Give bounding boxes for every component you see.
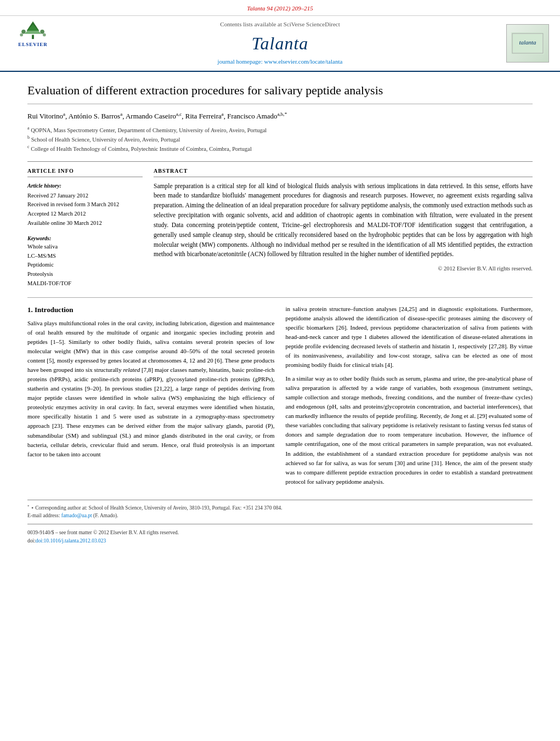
affiliation-b: b School of Health Science, University o… xyxy=(27,134,533,144)
svg-point-4 xyxy=(40,30,44,34)
intro-text-right: in saliva protein structure–function ana… xyxy=(286,304,533,487)
article-info-heading: ARTICLE INFO xyxy=(27,167,143,177)
article-info-block: Article history: Received 27 January 201… xyxy=(27,182,143,228)
history-label: Article history: xyxy=(27,182,143,190)
svg-point-3 xyxy=(21,30,26,34)
corresponding-note: * ⋆ Corresponding author at: School of H… xyxy=(27,504,533,512)
article-info-abstract: ARTICLE INFO Article history: Received 2… xyxy=(27,161,533,289)
issn-line: 0039-9140/$ – see front matter © 2012 El… xyxy=(27,529,533,536)
doi-line: doi:doi:10.1016/j.talanta.2012.03.023 xyxy=(27,537,533,545)
elsevier-logo-area: ELSEVIER xyxy=(11,20,60,66)
journal-reference: Talanta 94 (2012) 209–215 xyxy=(247,5,313,12)
email-line: E-mail address: famado@ua.pt (F. Amado). xyxy=(27,512,533,519)
sciverse-line: Contents lists available at SciVerse Sci… xyxy=(220,20,340,29)
svg-marker-2 xyxy=(25,24,41,33)
journal-title-area: Contents lists available at SciVerse Sci… xyxy=(66,20,494,66)
copyright: © 2012 Elsevier B.V. All rights reserved… xyxy=(154,265,533,273)
authors-line: Rui Vitorinoa, António S. Barrosa, Arman… xyxy=(27,111,533,122)
homepage-line: journal homepage: www.elsevier.com/locat… xyxy=(218,58,343,66)
keywords-block: Keywords: Whole saliva LC–MS/MS Peptidom… xyxy=(27,235,143,289)
intro-paragraph-1: Saliva plays multifunctional roles in th… xyxy=(27,319,275,459)
elsevier-logo: ELSEVIER xyxy=(11,20,55,48)
keywords-list: Whole saliva LC–MS/MS Peptidomic Proteol… xyxy=(27,242,143,289)
received-date: Received 27 January 2012 xyxy=(27,191,143,201)
footer-divider xyxy=(27,524,533,524)
svg-point-6 xyxy=(43,33,46,37)
svg-point-5 xyxy=(20,33,23,37)
journal-title: Talanta xyxy=(252,31,309,56)
svg-rect-0 xyxy=(32,35,34,39)
accepted-date: Accepted 12 March 2012 xyxy=(27,210,143,219)
body-columns: 1. Introduction Saliva plays multifuncti… xyxy=(27,297,533,491)
body-right-column: in saliva protein structure–function ana… xyxy=(286,304,533,491)
affiliations: a QOPNA, Mass Spectrometry Center, Depar… xyxy=(27,125,533,154)
affiliation-a: a QOPNA, Mass Spectrometry Center, Depar… xyxy=(27,125,533,134)
abstract-text: Sample preparation is a critical step fo… xyxy=(154,182,533,260)
talanta-logo-area: talanta xyxy=(500,20,549,66)
talanta-logo: talanta xyxy=(506,24,549,63)
footer: * ⋆ Corresponding author at: School of H… xyxy=(27,500,533,545)
homepage-url[interactable]: www.elsevier.com/locate/talanta xyxy=(264,58,343,65)
main-content: Evaluation of different extraction proce… xyxy=(0,72,560,556)
available-date: Available online 30 March 2012 xyxy=(27,219,143,228)
doi-link[interactable]: doi:10.1016/j.talanta.2012.03.023 xyxy=(36,538,106,544)
intro-paragraph-2: in saliva protein structure–function ana… xyxy=(286,304,533,370)
article-title: Evaluation of different extraction proce… xyxy=(27,83,533,105)
abstract-heading: ABSTRACT xyxy=(154,167,533,177)
abstract-column: ABSTRACT Sample preparation is a critica… xyxy=(154,167,533,289)
elsevier-text: ELSEVIER xyxy=(18,41,48,48)
received-revised-date: Received in revised form 3 March 2012 xyxy=(27,200,143,210)
svg-text:talanta: talanta xyxy=(519,39,536,46)
keywords-label: Keywords: xyxy=(27,235,143,242)
journal-header: ELSEVIER Contents lists available at Sci… xyxy=(0,16,560,72)
affiliation-c: c College of Health Technology of Coimbr… xyxy=(27,144,533,153)
article-info-column: ARTICLE INFO Article history: Received 2… xyxy=(27,167,143,289)
intro-text-left: Saliva plays multifunctional roles in th… xyxy=(27,319,275,459)
section-1-title: 1. Introduction xyxy=(27,304,275,315)
email-link[interactable]: famado@ua.pt xyxy=(61,513,92,518)
top-bar: Talanta 94 (2012) 209–215 xyxy=(0,0,560,16)
intro-paragraph-3: In a similar way as to other bodily flui… xyxy=(286,374,533,487)
body-left-column: 1. Introduction Saliva plays multifuncti… xyxy=(27,304,275,491)
